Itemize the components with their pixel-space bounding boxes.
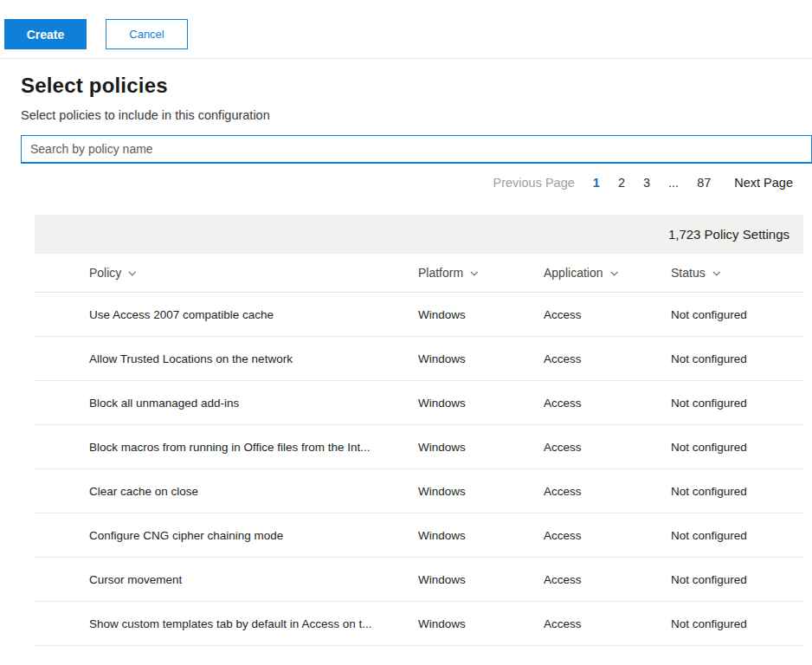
policy-cell: Block macros from running in Office file…: [35, 441, 418, 454]
pagination: Previous Page 1 2 3 ... 87 Next Page: [21, 176, 812, 190]
policy-cell: Configure CNG cipher chaining mode: [35, 529, 418, 542]
column-header-application[interactable]: Application: [544, 266, 671, 280]
column-header-platform[interactable]: Platform: [418, 266, 544, 280]
status-cell: Not configured: [671, 485, 803, 498]
application-cell: Access: [544, 529, 671, 542]
application-cell: Access: [544, 397, 671, 410]
table-row[interactable]: Allow Trusted Locations on the network W…: [35, 337, 803, 381]
previous-page-link[interactable]: Previous Page: [493, 176, 575, 190]
page-subtitle: Select policies to include in this confi…: [21, 108, 812, 122]
table-header-row: Policy Platform Application Status: [35, 254, 803, 293]
table-row[interactable]: Block macros from running in Office file…: [35, 425, 803, 469]
table-row-partial[interactable]: [35, 646, 803, 662]
status-cell: Not configured: [671, 573, 803, 586]
platform-cell: Windows: [418, 617, 544, 630]
application-cell: Access: [544, 308, 671, 321]
policy-cell: Block all unmanaged add-ins: [35, 397, 418, 410]
platform-cell: Windows: [418, 441, 544, 454]
policy-cell: Use Access 2007 compatible cache: [35, 308, 418, 321]
chevron-down-icon: [712, 268, 719, 275]
platform-cell: Windows: [418, 352, 544, 365]
page-number-87[interactable]: 87: [697, 176, 711, 190]
search-container: [21, 135, 812, 164]
application-cell: Access: [544, 485, 671, 498]
platform-cell: Windows: [418, 485, 544, 498]
page-ellipsis: ...: [668, 176, 679, 190]
table-row[interactable]: Use Access 2007 compatible cache Windows…: [35, 293, 803, 337]
policies-table: Policy Platform Application Status Use A…: [35, 254, 803, 662]
status-cell: Not configured: [671, 617, 803, 630]
next-page-link[interactable]: Next Page: [734, 176, 793, 190]
column-header-policy[interactable]: Policy: [35, 266, 418, 280]
policy-settings-count-band: 1,723 Policy Settings: [35, 215, 803, 254]
policy-cell: Cursor movement: [35, 573, 418, 586]
page-number-1[interactable]: 1: [593, 176, 600, 190]
platform-cell: Windows: [418, 308, 544, 321]
table-row[interactable]: Configure CNG cipher chaining mode Windo…: [35, 513, 803, 558]
status-cell: Not configured: [671, 397, 803, 410]
table-row[interactable]: Show custom templates tab by default in …: [35, 602, 803, 646]
status-cell: Not configured: [671, 308, 803, 321]
platform-cell: Windows: [418, 397, 544, 410]
platform-cell: Windows: [418, 529, 544, 542]
table-row[interactable]: Cursor movement Windows Access Not confi…: [35, 558, 803, 602]
application-cell: Access: [544, 441, 671, 454]
page-number-2[interactable]: 2: [618, 176, 625, 190]
policy-settings-count: 1,723 Policy Settings: [668, 227, 789, 242]
search-input[interactable]: [21, 135, 812, 164]
column-header-status[interactable]: Status: [671, 266, 803, 280]
policy-cell: Allow Trusted Locations on the network: [35, 352, 418, 365]
policy-cell: Clear cache on close: [35, 485, 418, 498]
application-cell: Access: [544, 573, 671, 586]
chevron-down-icon: [129, 268, 136, 275]
status-cell: Not configured: [671, 441, 803, 454]
cancel-button[interactable]: Cancel: [106, 19, 188, 49]
page-number-3[interactable]: 3: [643, 176, 650, 190]
platform-cell: Windows: [418, 573, 544, 586]
create-button[interactable]: Create: [4, 19, 87, 49]
status-cell: Not configured: [671, 529, 803, 542]
table-row[interactable]: Block all unmanaged add-ins Windows Acce…: [35, 381, 803, 425]
chevron-down-icon: [610, 268, 617, 275]
application-cell: Access: [544, 617, 671, 630]
page-title: Select policies: [21, 74, 812, 98]
chevron-down-icon: [471, 268, 478, 275]
policy-cell: Show custom templates tab by default in …: [35, 617, 418, 630]
command-bar: Create Cancel: [0, 0, 812, 59]
table-row[interactable]: Clear cache on close Windows Access Not …: [35, 469, 803, 513]
status-cell: Not configured: [671, 352, 803, 365]
main-content: Select policies Select policies to inclu…: [0, 74, 812, 190]
application-cell: Access: [544, 352, 671, 365]
